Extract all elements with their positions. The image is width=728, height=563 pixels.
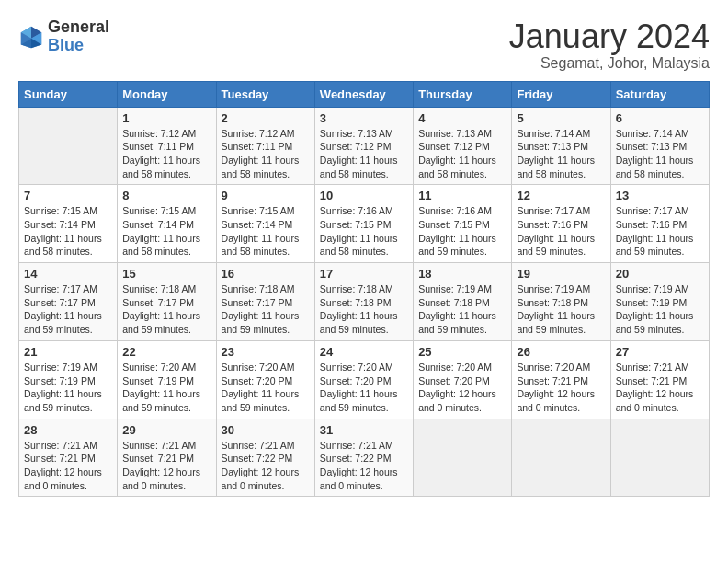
day-info: Sunrise: 7:14 AMSunset: 7:13 PMDaylight:… xyxy=(517,127,605,181)
day-number: 12 xyxy=(517,189,605,202)
day-info: Sunrise: 7:12 AMSunset: 7:11 PMDaylight:… xyxy=(222,127,310,181)
calendar-cell: 21Sunrise: 7:19 AMSunset: 7:19 PMDayligh… xyxy=(19,340,118,419)
calendar-cell: 16Sunrise: 7:18 AMSunset: 7:17 PMDayligh… xyxy=(216,263,314,341)
header-day: Friday xyxy=(512,81,610,107)
calendar-cell: 25Sunrise: 7:20 AMSunset: 7:20 PMDayligh… xyxy=(414,340,512,419)
header-day: Sunday xyxy=(19,81,118,107)
day-info: Sunrise: 7:18 AMSunset: 7:17 PMDaylight:… xyxy=(122,282,210,337)
day-info: Sunrise: 7:13 AMSunset: 7:12 PMDaylight:… xyxy=(320,127,408,181)
day-number: 11 xyxy=(418,189,506,202)
calendar-cell: 13Sunrise: 7:17 AMSunset: 7:16 PMDayligh… xyxy=(610,185,709,263)
day-info: Sunrise: 7:20 AMSunset: 7:21 PMDaylight:… xyxy=(517,361,605,415)
calendar-cell xyxy=(512,419,610,497)
day-info: Sunrise: 7:14 AMSunset: 7:13 PMDaylight:… xyxy=(616,127,704,181)
day-number: 22 xyxy=(122,345,210,359)
day-info: Sunrise: 7:21 AMSunset: 7:22 PMDaylight:… xyxy=(222,439,310,493)
day-info: Sunrise: 7:13 AMSunset: 7:12 PMDaylight:… xyxy=(418,127,506,181)
calendar-cell: 17Sunrise: 7:18 AMSunset: 7:18 PMDayligh… xyxy=(314,263,413,341)
day-number: 30 xyxy=(222,423,310,437)
day-number: 5 xyxy=(517,111,605,125)
day-info: Sunrise: 7:21 AMSunset: 7:21 PMDaylight:… xyxy=(122,439,210,493)
title-block: January 2024 Segamat, Johor, Malaysia xyxy=(509,18,710,72)
day-info: Sunrise: 7:17 AMSunset: 7:16 PMDaylight:… xyxy=(517,204,605,259)
day-number: 28 xyxy=(24,423,112,437)
main-title: January 2024 xyxy=(509,18,710,55)
day-number: 25 xyxy=(418,345,506,359)
calendar-cell: 18Sunrise: 7:19 AMSunset: 7:18 PMDayligh… xyxy=(414,263,512,341)
day-number: 18 xyxy=(418,267,506,281)
day-number: 7 xyxy=(24,189,112,202)
day-number: 27 xyxy=(616,345,704,359)
day-number: 3 xyxy=(320,111,408,125)
calendar-week: 28Sunrise: 7:21 AMSunset: 7:21 PMDayligh… xyxy=(19,419,710,497)
calendar-cell: 31Sunrise: 7:21 AMSunset: 7:22 PMDayligh… xyxy=(314,419,413,497)
calendar-cell: 23Sunrise: 7:20 AMSunset: 7:20 PMDayligh… xyxy=(216,340,314,419)
calendar-header: SundayMondayTuesdayWednesdayThursdayFrid… xyxy=(19,81,710,107)
day-info: Sunrise: 7:21 AMSunset: 7:21 PMDaylight:… xyxy=(616,361,704,415)
day-info: Sunrise: 7:19 AMSunset: 7:18 PMDaylight:… xyxy=(517,282,605,337)
day-number: 6 xyxy=(616,111,704,125)
calendar-table: SundayMondayTuesdayWednesdayThursdayFrid… xyxy=(18,81,710,498)
calendar-cell: 19Sunrise: 7:19 AMSunset: 7:18 PMDayligh… xyxy=(512,263,610,341)
day-number: 8 xyxy=(122,189,210,202)
calendar-cell xyxy=(610,419,709,497)
logo-icon xyxy=(18,24,44,50)
day-number: 10 xyxy=(320,189,408,202)
day-number: 19 xyxy=(517,267,605,281)
day-number: 29 xyxy=(122,423,210,437)
calendar-week: 7Sunrise: 7:15 AMSunset: 7:14 PMDaylight… xyxy=(19,185,710,263)
day-number: 21 xyxy=(24,345,112,359)
day-info: Sunrise: 7:20 AMSunset: 7:20 PMDaylight:… xyxy=(418,361,506,415)
day-number: 4 xyxy=(418,111,506,125)
day-info: Sunrise: 7:20 AMSunset: 7:20 PMDaylight:… xyxy=(222,361,310,415)
calendar-body: 1Sunrise: 7:12 AMSunset: 7:11 PMDaylight… xyxy=(19,107,710,497)
day-number: 2 xyxy=(222,111,310,125)
day-info: Sunrise: 7:20 AMSunset: 7:19 PMDaylight:… xyxy=(122,361,210,415)
day-info: Sunrise: 7:16 AMSunset: 7:15 PMDaylight:… xyxy=(418,204,506,259)
calendar-cell: 2Sunrise: 7:12 AMSunset: 7:11 PMDaylight… xyxy=(216,107,314,185)
day-info: Sunrise: 7:15 AMSunset: 7:14 PMDaylight:… xyxy=(24,204,112,259)
calendar-cell: 29Sunrise: 7:21 AMSunset: 7:21 PMDayligh… xyxy=(118,419,216,497)
calendar-cell: 9Sunrise: 7:15 AMSunset: 7:14 PMDaylight… xyxy=(216,185,314,263)
calendar-cell: 20Sunrise: 7:19 AMSunset: 7:19 PMDayligh… xyxy=(610,263,709,341)
day-info: Sunrise: 7:21 AMSunset: 7:21 PMDaylight:… xyxy=(24,439,112,493)
calendar-cell: 7Sunrise: 7:15 AMSunset: 7:14 PMDaylight… xyxy=(19,185,118,263)
day-number: 17 xyxy=(320,267,408,281)
day-info: Sunrise: 7:15 AMSunset: 7:14 PMDaylight:… xyxy=(222,204,310,259)
day-info: Sunrise: 7:19 AMSunset: 7:19 PMDaylight:… xyxy=(616,282,704,337)
calendar-cell: 30Sunrise: 7:21 AMSunset: 7:22 PMDayligh… xyxy=(216,419,314,497)
day-number: 15 xyxy=(122,267,210,281)
day-info: Sunrise: 7:18 AMSunset: 7:17 PMDaylight:… xyxy=(222,282,310,337)
day-number: 14 xyxy=(24,267,112,281)
calendar-cell: 12Sunrise: 7:17 AMSunset: 7:16 PMDayligh… xyxy=(512,185,610,263)
day-number: 20 xyxy=(616,267,704,281)
calendar-week: 1Sunrise: 7:12 AMSunset: 7:11 PMDaylight… xyxy=(19,107,710,185)
calendar-cell: 22Sunrise: 7:20 AMSunset: 7:19 PMDayligh… xyxy=(118,340,216,419)
page-header: General Blue January 2024 Segamat, Johor… xyxy=(18,18,710,72)
calendar-cell: 10Sunrise: 7:16 AMSunset: 7:15 PMDayligh… xyxy=(314,185,413,263)
calendar-cell: 24Sunrise: 7:20 AMSunset: 7:20 PMDayligh… xyxy=(314,340,413,419)
header-day: Saturday xyxy=(610,81,709,107)
day-number: 1 xyxy=(122,111,210,125)
header-day: Monday xyxy=(118,81,216,107)
day-number: 9 xyxy=(222,189,310,202)
subtitle: Segamat, Johor, Malaysia xyxy=(509,55,710,72)
header-day: Thursday xyxy=(414,81,512,107)
day-info: Sunrise: 7:18 AMSunset: 7:18 PMDaylight:… xyxy=(320,282,408,337)
day-info: Sunrise: 7:16 AMSunset: 7:15 PMDaylight:… xyxy=(320,204,408,259)
day-info: Sunrise: 7:15 AMSunset: 7:14 PMDaylight:… xyxy=(122,204,210,259)
calendar-cell xyxy=(19,107,118,185)
day-number: 26 xyxy=(517,345,605,359)
calendar-cell: 5Sunrise: 7:14 AMSunset: 7:13 PMDaylight… xyxy=(512,107,610,185)
calendar-cell: 27Sunrise: 7:21 AMSunset: 7:21 PMDayligh… xyxy=(610,340,709,419)
calendar-cell: 26Sunrise: 7:20 AMSunset: 7:21 PMDayligh… xyxy=(512,340,610,419)
calendar-cell: 14Sunrise: 7:17 AMSunset: 7:17 PMDayligh… xyxy=(19,263,118,341)
day-info: Sunrise: 7:12 AMSunset: 7:11 PMDaylight:… xyxy=(122,127,210,181)
logo: General Blue xyxy=(18,18,109,55)
logo-text: General Blue xyxy=(48,18,109,55)
day-info: Sunrise: 7:20 AMSunset: 7:20 PMDaylight:… xyxy=(320,361,408,415)
calendar-cell: 15Sunrise: 7:18 AMSunset: 7:17 PMDayligh… xyxy=(118,263,216,341)
header-row: SundayMondayTuesdayWednesdayThursdayFrid… xyxy=(19,81,710,107)
header-day: Tuesday xyxy=(216,81,314,107)
calendar-cell: 4Sunrise: 7:13 AMSunset: 7:12 PMDaylight… xyxy=(414,107,512,185)
